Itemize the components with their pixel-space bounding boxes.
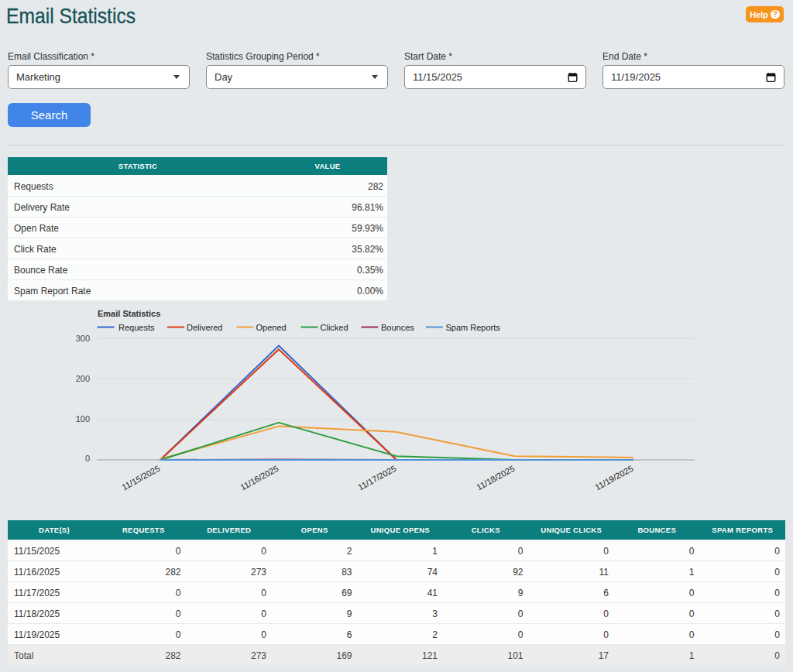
svg-text:11/16/2025: 11/16/2025 (239, 464, 280, 492)
svg-text:100: 100 (76, 414, 90, 423)
svg-text:Email Statistics: Email Statistics (98, 309, 160, 318)
svg-text:Bounces: Bounces (381, 323, 414, 332)
svg-text:11/15/2025: 11/15/2025 (120, 464, 161, 492)
svg-text:0: 0 (85, 454, 90, 463)
svg-text:Spam Reports: Spam Reports (446, 323, 501, 332)
svg-text:Requests: Requests (118, 323, 155, 332)
svg-text:11/19/2025: 11/19/2025 (593, 464, 634, 492)
svg-text:Opened: Opened (256, 323, 287, 332)
svg-text:11/18/2025: 11/18/2025 (475, 464, 516, 492)
svg-text:Delivered: Delivered (187, 323, 222, 332)
svg-text:11/17/2025: 11/17/2025 (356, 464, 397, 492)
svg-text:Clicked: Clicked (321, 323, 348, 332)
svg-text:300: 300 (76, 334, 90, 343)
svg-text:200: 200 (76, 374, 90, 383)
